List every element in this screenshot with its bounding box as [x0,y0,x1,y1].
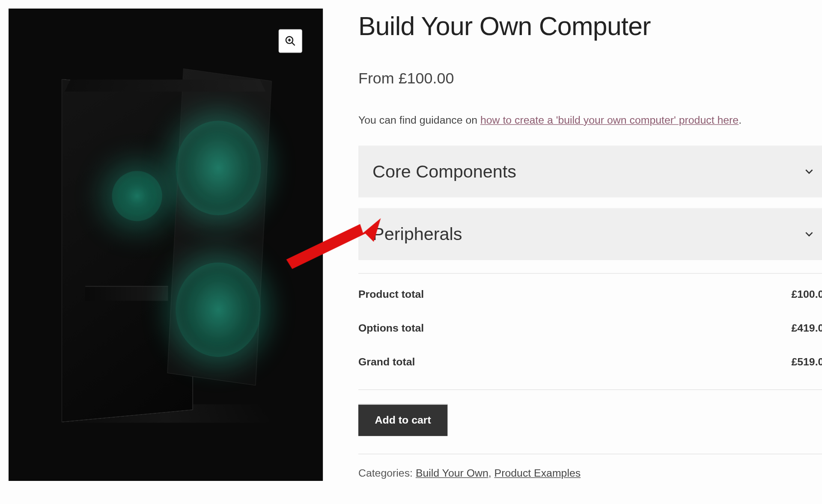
guidance-link[interactable]: how to create a 'build your own computer… [480,114,739,126]
category-link-build-your-own[interactable]: Build Your Own [416,467,488,479]
zoom-icon[interactable] [279,29,302,53]
grand-total-value: £519.00 [791,356,822,368]
options-total-label: Options total [358,322,424,335]
accordion-core-components[interactable]: Core Components [358,145,822,197]
product-price: From £100.00 [358,69,822,88]
price-prefix: From [358,69,399,87]
guidance-prefix: You can find guidance on [358,114,480,126]
price-value: £100.00 [399,69,454,87]
categories-separator: , [488,467,494,479]
options-total-value: £419.00 [791,322,822,335]
chevron-down-icon [803,228,816,240]
grand-total-row: Grand total £519.00 [358,356,822,368]
totals-block: Product total £100.00 Options total £419… [358,273,822,368]
product-total-row: Product total £100.00 [358,288,822,301]
grand-total-label: Grand total [358,356,415,368]
product-gallery [9,9,323,481]
chevron-down-icon [803,165,816,178]
product-total-value: £100.00 [791,288,822,301]
product-categories: Categories: Build Your Own, Product Exam… [358,467,822,480]
guidance-suffix: . [739,114,742,126]
options-total-row: Options total £419.00 [358,322,822,335]
add-to-cart-button[interactable]: Add to cart [358,404,447,436]
accordion-label: Core Components [372,161,516,181]
guidance-text: You can find guidance on how to create a… [358,114,822,127]
product-total-label: Product total [358,288,424,301]
accordion-label: Peripherals [372,224,462,244]
category-link-product-examples[interactable]: Product Examples [494,467,581,479]
svg-line-1 [292,43,295,45]
categories-prefix: Categories: [358,467,416,479]
accordion-peripherals[interactable]: Peripherals [358,208,822,260]
product-title: Build Your Own Computer [358,12,822,41]
product-summary: Build Your Own Computer From £100.00 You… [358,9,822,481]
product-image[interactable] [9,9,323,481]
